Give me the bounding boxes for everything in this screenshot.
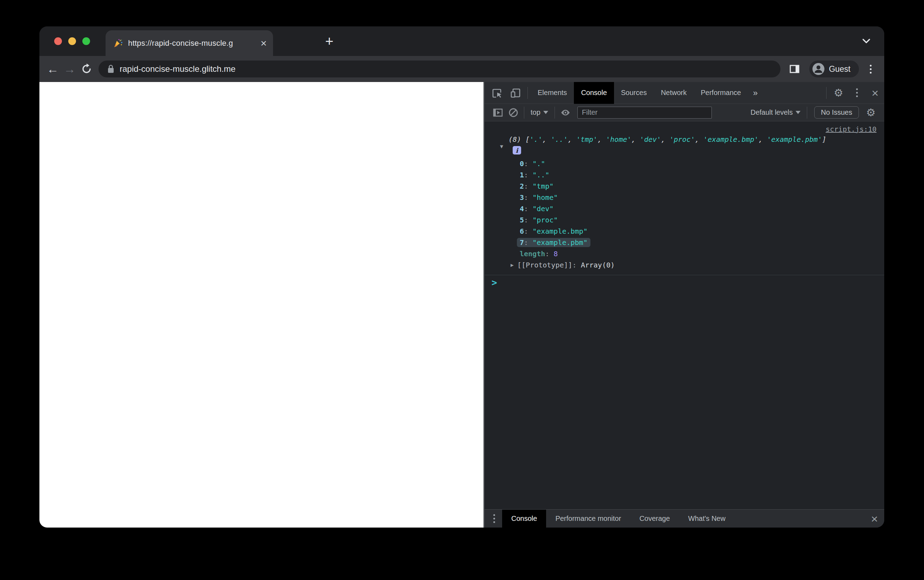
array-length-row[interactable]: length: 8 xyxy=(485,248,884,259)
chevron-down-icon xyxy=(796,111,801,114)
console-sidebar-icon xyxy=(493,107,503,118)
profile-button[interactable]: Guest xyxy=(809,61,859,77)
gear-icon: ⚙ xyxy=(866,107,876,118)
side-panel-button[interactable] xyxy=(786,61,803,77)
devtools-settings-button[interactable]: ⚙ xyxy=(829,82,848,104)
prototype-value: Array(0) xyxy=(581,261,615,269)
array-item-row-2[interactable]: 2: "tmp" xyxy=(485,181,884,192)
prototype-label: [[Prototype]] xyxy=(517,261,572,269)
side-panel-icon xyxy=(789,64,800,74)
array-count-badge: (8) xyxy=(508,135,521,143)
array-item-row-5[interactable]: 5: "proc" xyxy=(485,214,884,226)
array-item-row-6[interactable]: 6: "example.bmp" xyxy=(485,226,884,237)
devtools-close-button[interactable]: × xyxy=(866,82,884,104)
tab-close-icon[interactable]: × xyxy=(260,38,267,49)
party-popper-favicon-icon xyxy=(113,38,123,48)
tab-strip: https://rapid-concise-muscle.g × + xyxy=(39,26,884,56)
drawer-tab-what-s-new[interactable]: What's New xyxy=(679,510,735,528)
browser-menu-button[interactable] xyxy=(865,61,876,77)
log-levels-selector[interactable]: Default levels xyxy=(747,109,804,117)
divider xyxy=(554,107,555,119)
browser-tab[interactable]: https://rapid-concise-muscle.g × xyxy=(105,30,273,56)
array-item-row-4[interactable]: 4: "dev" xyxy=(485,203,884,214)
devtools-tab-console[interactable]: Console xyxy=(574,82,614,104)
console-info-icon: i xyxy=(513,146,521,155)
devtools-tab-elements[interactable]: Elements xyxy=(531,82,574,104)
clear-console-button[interactable] xyxy=(506,104,521,122)
address-bar[interactable]: rapid-concise-muscle.glitch.me xyxy=(99,61,781,77)
console-sidebar-toggle-button[interactable] xyxy=(490,104,506,122)
array-rows: 0: "."1: ".."2: "tmp"3: "home"4: "dev"5:… xyxy=(485,158,884,248)
close-icon: × xyxy=(871,87,879,99)
inspect-cursor-icon xyxy=(492,87,503,98)
length-label: length xyxy=(520,249,545,258)
divider xyxy=(807,107,807,119)
array-item-row-7[interactable]: 7: "example.pbm" xyxy=(485,237,884,248)
devtools-panel: ElementsConsoleSourcesNetworkPerformance… xyxy=(485,82,884,527)
console-output[interactable]: script.js:10 ▼ (8) ['.', '..', 'tmp', 'h… xyxy=(485,122,884,509)
devtools-drawer: ConsolePerformance monitorCoverageWhat's… xyxy=(485,509,884,527)
new-tab-button[interactable]: + xyxy=(319,26,340,56)
divider xyxy=(826,87,827,99)
devtools-panel-tabs: ElementsConsoleSourcesNetworkPerformance xyxy=(531,82,748,104)
drawer-tab-coverage[interactable]: Coverage xyxy=(630,510,679,528)
url-text: rapid-concise-muscle.glitch.me xyxy=(120,64,235,74)
length-value: 8 xyxy=(554,249,558,258)
close-window-button[interactable] xyxy=(54,37,62,45)
devtools-tabbar: ElementsConsoleSourcesNetworkPerformance… xyxy=(485,82,884,104)
no-issues-button[interactable]: No Issues xyxy=(814,106,859,119)
console-toolbar: top Default levels No Issue xyxy=(485,104,884,122)
inspect-element-button[interactable] xyxy=(488,82,506,104)
kebab-menu-icon xyxy=(852,84,862,101)
drawer-tab-console[interactable]: Console xyxy=(502,510,546,528)
drawer-close-button[interactable]: × xyxy=(871,513,878,525)
devtools-menu-button[interactable] xyxy=(848,82,866,104)
context-selector-label: top xyxy=(531,109,541,117)
reload-button[interactable] xyxy=(78,61,95,77)
devtools-tab-network[interactable]: Network xyxy=(654,82,694,104)
drawer-menu-button[interactable] xyxy=(489,510,499,527)
collapsed-caret-icon[interactable]: ▶ xyxy=(511,262,514,268)
more-tabs-button[interactable]: » xyxy=(748,88,763,98)
forward-arrow-icon: → xyxy=(64,63,76,75)
tab-title: https://rapid-concise-muscle.g xyxy=(128,39,257,48)
array-preview[interactable]: (8) ['.', '..', 'tmp', 'home', 'dev', 'p… xyxy=(508,134,884,145)
console-prompt[interactable]: > xyxy=(485,275,884,287)
array-item-row-0[interactable]: 0: "." xyxy=(485,158,884,169)
log-levels-label: Default levels xyxy=(751,109,793,117)
live-expression-button[interactable] xyxy=(558,104,573,122)
device-toolbar-button[interactable] xyxy=(506,82,524,104)
prototype-row[interactable]: ▶ [[Prototype]]: Array(0) xyxy=(485,259,884,271)
zoom-window-button[interactable] xyxy=(82,37,90,45)
drawer-tab-performance-monitor[interactable]: Performance monitor xyxy=(546,510,630,528)
console-settings-button[interactable]: ⚙ xyxy=(863,104,879,122)
content-area: ElementsConsoleSourcesNetworkPerformance… xyxy=(39,82,884,527)
expand-caret-icon[interactable]: ▼ xyxy=(500,143,503,150)
array-item-row-3[interactable]: 3: "home" xyxy=(485,192,884,203)
console-log-entry: ▼ (8) ['.', '..', 'tmp', 'home', 'dev', … xyxy=(485,134,884,145)
back-arrow-icon: ← xyxy=(47,63,59,75)
device-toolbar-icon xyxy=(510,87,521,98)
block-icon xyxy=(508,107,519,118)
eye-icon xyxy=(560,107,571,118)
minimize-window-button[interactable] xyxy=(68,37,76,45)
divider xyxy=(528,87,528,99)
source-link[interactable]: script.js:10 xyxy=(826,125,877,133)
context-selector[interactable]: top xyxy=(527,109,552,117)
gear-icon: ⚙ xyxy=(834,87,843,98)
reload-icon xyxy=(81,63,92,75)
devtools-tab-performance[interactable]: Performance xyxy=(694,82,748,104)
console-filter-input[interactable] xyxy=(577,107,712,119)
lock-icon xyxy=(107,64,115,74)
array-item-row-1[interactable]: 1: ".." xyxy=(485,169,884,181)
browser-window: https://rapid-concise-muscle.g × + ← → r… xyxy=(39,26,884,527)
macos-traffic-lights xyxy=(54,26,90,56)
tab-title-fade xyxy=(241,39,257,48)
prompt-chevron-icon: > xyxy=(492,277,497,288)
forward-button[interactable]: → xyxy=(61,61,78,77)
page-viewport[interactable] xyxy=(39,82,483,527)
browser-toolbar: ← → rapid-concise-muscle.glitch.me xyxy=(39,56,884,82)
back-button[interactable]: ← xyxy=(44,61,61,77)
devtools-tab-sources[interactable]: Sources xyxy=(614,82,654,104)
tab-search-chevron-icon[interactable] xyxy=(861,38,871,45)
